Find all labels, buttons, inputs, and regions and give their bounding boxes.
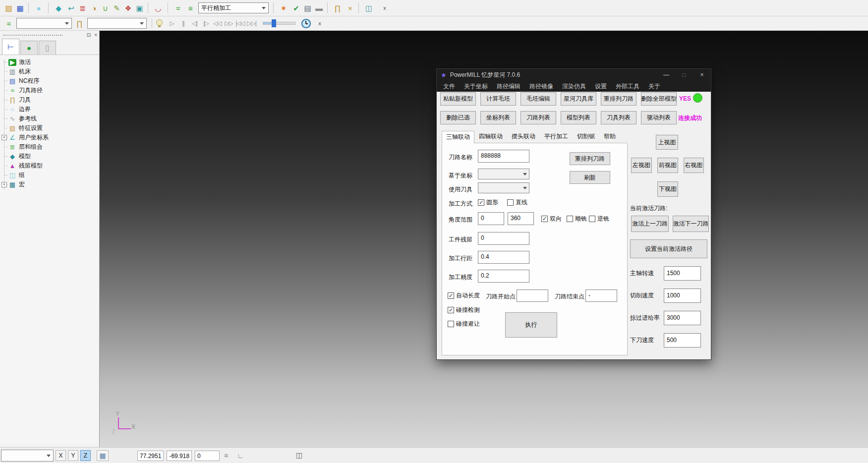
tree-item-pattern[interactable]: + ∿ 参考线 bbox=[0, 114, 99, 123]
tree-item-macro[interactable]: + ▦ 宏 bbox=[0, 180, 99, 189]
minimize-button[interactable]: — bbox=[657, 71, 675, 78]
print-icon[interactable]: ● bbox=[28, 2, 46, 13]
activate-next-toolpath-button[interactable]: 激活下一刀路 bbox=[673, 216, 709, 232]
go-to-start-button[interactable]: |◁◁ bbox=[235, 18, 245, 28]
point-list-icon[interactable]: ≡ bbox=[224, 452, 228, 460]
dialog-button[interactable]: 粘贴新模型 bbox=[440, 92, 476, 106]
toolpath-name-input[interactable]: 888888 bbox=[478, 150, 529, 163]
lightbulb-icon[interactable] bbox=[156, 19, 163, 26]
tool-pair-icon[interactable]: ∏ bbox=[327, 2, 345, 13]
axis-toggle-button[interactable]: Z bbox=[80, 450, 91, 461]
close-button[interactable]: × bbox=[693, 71, 711, 78]
rearrange-toolpaths-button[interactable]: 重排列刀路 bbox=[570, 152, 610, 165]
view-front-button[interactable]: 前视图 bbox=[657, 158, 678, 173]
tree-item-activate[interactable]: + ▶ 激活 bbox=[0, 58, 99, 67]
dialog-titlebar[interactable]: ★ PowerMILL 忆梦星河 7.0.6 — □ × bbox=[437, 69, 711, 81]
main-toolbar-close-button[interactable]: x bbox=[381, 5, 389, 11]
circle-checkbox[interactable]: 圆形 bbox=[478, 198, 498, 207]
verify-icon[interactable]: ✔ bbox=[290, 2, 302, 13]
collision-check-icon[interactable]: ✶ bbox=[273, 2, 290, 13]
tree-item-feature-set[interactable]: + ▧ 特征设置 bbox=[0, 123, 99, 133]
menu-item[interactable]: 路径编辑 bbox=[492, 82, 525, 91]
panel-float-icon[interactable]: ⊡ bbox=[87, 33, 91, 38]
open-project-icon[interactable]: ▨ bbox=[3, 2, 14, 13]
dialog-tab[interactable]: 帮助 bbox=[599, 130, 620, 143]
leads-links-icon[interactable]: ◡ bbox=[148, 2, 165, 13]
tool-combo[interactable] bbox=[87, 18, 147, 29]
axis-toggle-button[interactable]: X bbox=[56, 450, 66, 461]
go-to-end-button[interactable]: ▷▷| bbox=[246, 18, 257, 28]
view-bottom-button[interactable]: 下视图 bbox=[657, 181, 678, 197]
rewind-button[interactable]: ◁◁ bbox=[212, 18, 223, 28]
tree-item-workplane[interactable]: + ∠ 用户坐标系 bbox=[0, 133, 99, 142]
coordinate-field[interactable]: -69.918 bbox=[167, 451, 192, 461]
dialog-button[interactable]: 重排列刀路 bbox=[601, 92, 637, 106]
tree-item-toolpath[interactable]: + ≈ 刀具路径 bbox=[0, 86, 99, 95]
pause-button[interactable]: || bbox=[178, 18, 188, 28]
pattern-icon[interactable]: ✎ bbox=[111, 2, 122, 13]
zlevel-icon[interactable]: ≣ bbox=[77, 2, 88, 13]
expand-icon[interactable]: + bbox=[1, 182, 7, 187]
play-button[interactable]: ▷ bbox=[167, 18, 177, 28]
explorer-tree-tab[interactable]: ⊢ bbox=[2, 39, 19, 55]
workplane-axes-icon[interactable]: ∟ bbox=[237, 452, 244, 460]
tree-item-stock-model[interactable]: + ▲ 残留模型 bbox=[0, 161, 99, 171]
dialog-button[interactable]: 删除已选 bbox=[440, 111, 476, 124]
compare-cylinders-icon[interactable]: ◫ bbox=[358, 2, 376, 13]
tree-item-group[interactable]: + ◫ 组 bbox=[0, 171, 99, 180]
dialog-tab[interactable]: 切割锯 bbox=[573, 130, 599, 143]
spindle-input[interactable]: 3000 bbox=[664, 311, 701, 325]
view-right-button[interactable]: 右视图 bbox=[684, 158, 704, 173]
points-icon[interactable]: ❖ bbox=[122, 2, 134, 13]
slider-handle[interactable] bbox=[272, 19, 276, 27]
auto-length-checkbox[interactable]: 自动长度 bbox=[448, 291, 480, 300]
angle-from-input[interactable]: 0 bbox=[478, 212, 504, 225]
dialog-button[interactable]: 删除全部模型 bbox=[641, 92, 677, 106]
dialog-button[interactable]: 刀具列表 bbox=[601, 111, 637, 124]
dialog-button[interactable]: 坐标列表 bbox=[480, 111, 516, 124]
axis-toggle-button[interactable]: Y bbox=[68, 450, 78, 461]
coordinate-field[interactable]: 77.2951 bbox=[137, 451, 164, 461]
line-checkbox[interactable]: 直线 bbox=[507, 198, 527, 207]
grid-button[interactable]: ▦ bbox=[97, 450, 109, 461]
transform-icon[interactable]: × bbox=[345, 2, 356, 13]
sim-toolbar-close-button[interactable]: x bbox=[316, 20, 324, 26]
model-tool-icon[interactable]: ▣ bbox=[134, 2, 145, 13]
expand-icon[interactable]: + bbox=[1, 135, 7, 140]
dialog-button[interactable]: 驱动列表 bbox=[641, 111, 677, 124]
split-view-icon[interactable]: ◫ bbox=[296, 451, 302, 459]
powermill-swirl-icon[interactable]: ≈ bbox=[168, 2, 185, 13]
status-combo[interactable] bbox=[1, 450, 54, 462]
end-point-input[interactable]: - bbox=[585, 289, 617, 302]
tree-item-machine[interactable]: + ▥ 机床 bbox=[0, 67, 99, 76]
menu-item[interactable]: 设置 bbox=[590, 82, 611, 91]
step-forward-button[interactable]: |▷ bbox=[201, 18, 211, 28]
set-active-path-button[interactable]: 设置当前激活路径 bbox=[630, 239, 707, 258]
tree-item-levels[interactable]: + ≣ 层和组合 bbox=[0, 142, 99, 152]
use-tool-combo[interactable] bbox=[478, 182, 529, 193]
collision-avoid-checkbox[interactable]: 碰撞避让 bbox=[448, 320, 480, 328]
tree-item-model[interactable]: + ◆ 模型 bbox=[0, 152, 99, 161]
coordinate-field[interactable]: 0 bbox=[195, 451, 220, 461]
refresh-button[interactable]: 刷新 bbox=[570, 171, 610, 184]
start-point-input[interactable] bbox=[517, 289, 548, 302]
recycle-bin-tab[interactable]: ▯ bbox=[39, 41, 56, 55]
save-project-icon[interactable]: ▦ bbox=[14, 2, 26, 13]
step-back-button[interactable]: ◁| bbox=[189, 18, 200, 28]
ruler-icon[interactable]: ▬ bbox=[313, 2, 325, 13]
fast-forward-button[interactable]: ▷▷ bbox=[224, 18, 234, 28]
dialog-tab[interactable]: 三轴联动 bbox=[442, 131, 474, 144]
web-browser-tab[interactable]: ● bbox=[20, 41, 38, 55]
execute-button[interactable]: 执行 bbox=[505, 312, 557, 338]
spindle-input[interactable]: 500 bbox=[664, 333, 701, 347]
menu-item[interactable]: 文件 bbox=[439, 82, 460, 91]
tree-item-tool[interactable]: + ∏ 刀具 bbox=[0, 95, 99, 105]
collision-detect-checkbox[interactable]: 碰撞检测 bbox=[448, 306, 480, 314]
activate-prev-toolpath-button[interactable]: 激活上一刀路 bbox=[631, 216, 669, 232]
panel-close-icon[interactable]: × bbox=[94, 33, 97, 38]
dialog-tab[interactable]: 平行加工 bbox=[540, 130, 573, 143]
strategy-combo[interactable]: 平行精加工 bbox=[198, 2, 269, 13]
ball-tool-icon[interactable]: ◑ bbox=[88, 2, 100, 13]
coord-base-combo[interactable] bbox=[478, 169, 529, 179]
spindle-input[interactable]: 1000 bbox=[664, 289, 701, 303]
